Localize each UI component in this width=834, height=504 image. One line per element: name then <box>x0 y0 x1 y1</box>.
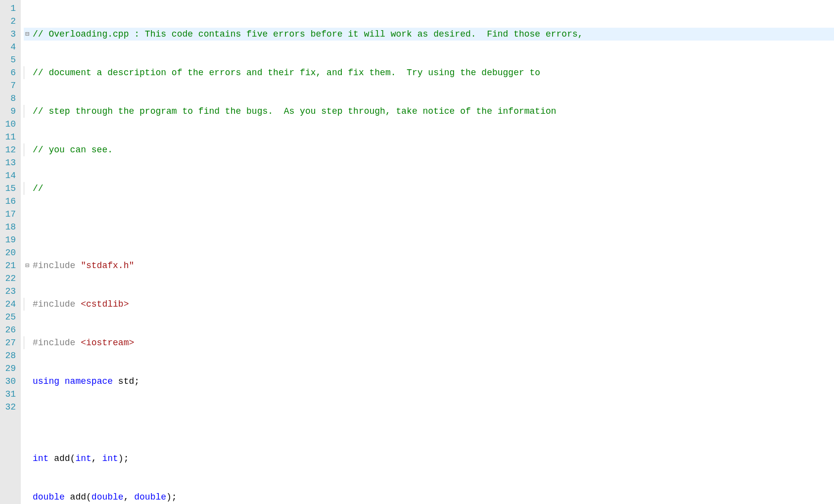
code-line[interactable]: #include <iostream> <box>24 336 834 349</box>
code-line[interactable]: // <box>24 182 834 195</box>
line-number: 18 <box>4 221 16 233</box>
line-number: 21 <box>4 259 16 272</box>
comment-text: // Overloading.cpp : This code contains … <box>33 28 583 41</box>
code-line[interactable] <box>24 413 834 426</box>
comment-text: // <box>33 182 44 195</box>
code-line[interactable]: ⊟// Overloading.cpp : This code contains… <box>24 28 834 41</box>
line-number: 6 <box>4 66 16 79</box>
fold-guide <box>24 336 31 349</box>
code-editor[interactable]: ⊟// Overloading.cpp : This code contains… <box>21 0 834 504</box>
code-line[interactable]: double add(double, double); <box>24 491 834 504</box>
line-number: 29 <box>4 362 16 375</box>
punct: ); <box>166 491 177 504</box>
keyword: namespace <box>59 375 113 388</box>
identifier: std <box>113 375 134 388</box>
line-number: 15 <box>4 182 16 195</box>
code-line[interactable]: using namespace std; <box>24 375 834 388</box>
fold-guide <box>24 143 31 156</box>
code-line[interactable] <box>24 221 834 233</box>
type: double <box>92 491 124 504</box>
punct: , <box>92 452 102 465</box>
type: double <box>33 491 65 504</box>
include-string: "stdafx.h" <box>81 259 134 272</box>
line-number: 28 <box>4 349 16 362</box>
line-number: 17 <box>4 208 16 221</box>
code-line[interactable]: // step through the program to find the … <box>24 105 834 118</box>
fold-collapse-icon[interactable]: ⊟ <box>24 28 31 41</box>
preprocessor: #include <box>33 298 81 311</box>
line-number: 20 <box>4 246 16 259</box>
line-number: 11 <box>4 131 16 143</box>
keyword: using <box>33 375 59 388</box>
line-number: 24 <box>4 298 16 311</box>
fold-guide <box>24 66 31 79</box>
line-number: 14 <box>4 169 16 182</box>
line-number: 3 <box>4 28 16 41</box>
line-number: 4 <box>4 41 16 53</box>
line-number: 27 <box>4 336 16 349</box>
fold-collapse-icon[interactable]: ⊟ <box>24 259 31 272</box>
line-number: 30 <box>4 375 16 388</box>
type: int <box>102 452 118 465</box>
line-number: 26 <box>4 323 16 336</box>
code-line[interactable]: // you can see. <box>24 143 834 156</box>
line-number: 5 <box>4 53 16 66</box>
comment-text: // step through the program to find the … <box>33 105 556 118</box>
fold-guide <box>24 298 31 311</box>
line-number: 23 <box>4 285 16 298</box>
line-number: 32 <box>4 401 16 413</box>
punct: ; <box>134 375 139 388</box>
identifier: add( <box>65 491 92 504</box>
preprocessor: #include <box>33 336 81 349</box>
code-line[interactable]: // document a description of the errors … <box>24 66 834 79</box>
line-number: 19 <box>4 233 16 246</box>
line-number: 12 <box>4 143 16 156</box>
line-number: 9 <box>4 105 16 118</box>
comment-text: // you can see. <box>33 143 113 156</box>
punct: , <box>124 491 135 504</box>
code-line[interactable]: #include <cstdlib> <box>24 298 834 311</box>
type: int <box>33 452 48 465</box>
code-line[interactable]: ⊟#include "stdafx.h" <box>24 259 834 272</box>
line-number: 16 <box>4 195 16 208</box>
include-string: <iostream> <box>81 336 134 349</box>
type: int <box>75 452 91 465</box>
code-line[interactable]: int add(int, int); <box>24 452 834 465</box>
line-number: 10 <box>4 118 16 131</box>
fold-guide <box>24 182 31 195</box>
comment-text: // document a description of the errors … <box>33 66 540 79</box>
line-number: 25 <box>4 311 16 323</box>
fold-guide <box>24 105 31 118</box>
line-number: 31 <box>4 388 16 401</box>
line-number: 22 <box>4 272 16 285</box>
punct: ); <box>118 452 129 465</box>
line-number-gutter: 1 2 3 4 5 6 7 8 9 10 11 12 13 14 15 16 1… <box>0 0 21 504</box>
line-number: 7 <box>4 79 16 92</box>
preprocessor: #include <box>33 259 81 272</box>
line-number: 2 <box>4 15 16 28</box>
line-number: 1 <box>4 2 16 15</box>
type: double <box>134 491 166 504</box>
include-string: <cstdlib> <box>81 298 129 311</box>
line-number: 8 <box>4 92 16 105</box>
line-number: 13 <box>4 156 16 169</box>
identifier: add( <box>48 452 75 465</box>
